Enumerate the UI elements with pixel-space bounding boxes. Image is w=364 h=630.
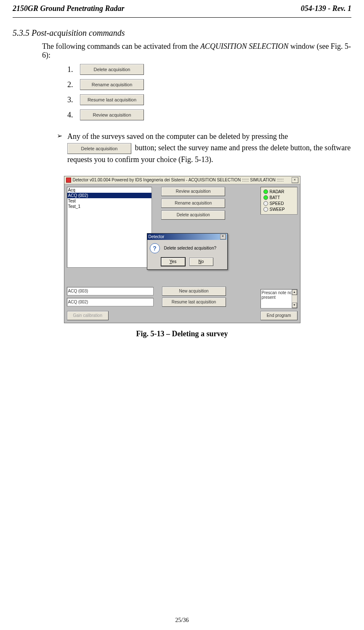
header-left: 2150GR Ground Penetrating Radar (13, 4, 125, 13)
dialog-title: Detector (149, 234, 165, 239)
delete-acquisition-button[interactable]: Delete acquisition (161, 210, 225, 220)
resume-acquisition-name-field[interactable]: ACQ (002) (67, 298, 154, 306)
num-1: 1. (67, 65, 80, 74)
dialog-titlebar: Detector × (147, 234, 227, 240)
review-acquisition-button-sample: Review acquisition (80, 109, 144, 120)
figure-caption: Fig. 5-13 – Deleting a survey (13, 330, 351, 338)
end-program-button[interactable]: End program (260, 311, 298, 320)
rename-acquisition-button[interactable]: Rename acquisition (161, 199, 225, 208)
led-sweep-icon (263, 207, 268, 212)
status-radar: RADAR (270, 189, 284, 195)
prescan-note-box: Prescan note not present ▲ ▼ (260, 289, 298, 308)
status-batt: BATT (270, 195, 280, 201)
led-batt-icon (263, 195, 268, 200)
acquisition-listbox[interactable]: Acq ACQ (002) Test Test_1 (67, 187, 152, 268)
scroll-up-icon[interactable]: ▲ (292, 290, 297, 295)
new-acquisition-name-field[interactable]: ACQ (003) (67, 287, 154, 295)
intro-paragraph: The following commands can be activated … (42, 42, 351, 60)
new-acquisition-button[interactable]: New acquisition (162, 287, 226, 296)
list-item-selected[interactable]: ACQ (002) (67, 193, 151, 198)
rename-acquisition-button-sample: Rename acquisition (80, 79, 144, 90)
status-sweep: SWEEP (270, 207, 285, 213)
numbered-button-list: 1. Delete acquisition 2. Rename acquisit… (67, 64, 351, 120)
dialog-message: Delete selected acquisition? (164, 246, 217, 250)
delete-acquisition-button-sample: Delete acquisition (80, 64, 144, 75)
dialog-close-icon[interactable]: × (220, 234, 226, 239)
resume-last-acquisition-button[interactable]: Resume last acquisition (162, 298, 226, 307)
header-right: 054-139 - Rev. 1 (301, 4, 351, 13)
resume-last-acquisition-button-sample: Resume last acquisition (80, 94, 144, 105)
note-scrollbar[interactable]: ▲ ▼ (292, 290, 297, 308)
status-speed: SPEED (270, 201, 284, 207)
page-number: 25/36 (0, 617, 364, 624)
gain-calibration-button[interactable]: Gain calibration (67, 311, 109, 320)
list-item[interactable]: Test (67, 198, 151, 204)
app-icon (66, 178, 71, 183)
led-speed-icon (263, 201, 268, 206)
prescan-note-text: Prescan note not present (262, 290, 294, 300)
section-title: 5.3.5 Post-acquisition commands (13, 28, 351, 38)
intro-pre: The following commands can be activated … (42, 42, 200, 51)
review-acquisition-button[interactable]: Review acquisition (161, 187, 225, 196)
scroll-down-icon[interactable]: ▼ (292, 303, 297, 308)
dialog-no-button[interactable]: No (189, 258, 213, 266)
intro-acq: ACQUISITION SELECTION (200, 42, 289, 51)
status-panel: RADAR BATT SPEED SWEEP (260, 187, 298, 215)
num-2: 2. (67, 80, 80, 89)
list-item[interactable]: Acq (67, 187, 151, 193)
window-title: Detector v01.00.004 Powered by IDS Ingeg… (73, 178, 284, 182)
num-4: 4. (67, 111, 80, 120)
led-radar-icon (263, 189, 268, 194)
question-icon: ? (150, 243, 160, 253)
delete-acquisition-button-inline: Delete acquisition (67, 143, 131, 154)
num-3: 3. (67, 96, 80, 104)
bullet-arrow-icon: ➢ (57, 131, 62, 165)
window-titlebar: Detector v01.00.004 Powered by IDS Ingeg… (64, 176, 300, 184)
figure-acquisition-selection-window: Detector v01.00.004 Powered by IDS Ingeg… (64, 176, 300, 323)
dialog-yes-button[interactable]: Yes (161, 258, 185, 266)
page-header: 2150GR Ground Penetrating Radar 054-139 … (13, 4, 351, 18)
list-item[interactable]: Test_1 (67, 204, 151, 209)
bullet-line1: Any of the surveys saved on the computer… (67, 132, 288, 141)
close-icon[interactable]: × (292, 177, 298, 183)
confirm-delete-dialog: Detector × ? Delete selected acquisition… (147, 233, 228, 270)
bullet-paragraph: ➢ Any of the surveys saved on the comput… (57, 131, 351, 165)
